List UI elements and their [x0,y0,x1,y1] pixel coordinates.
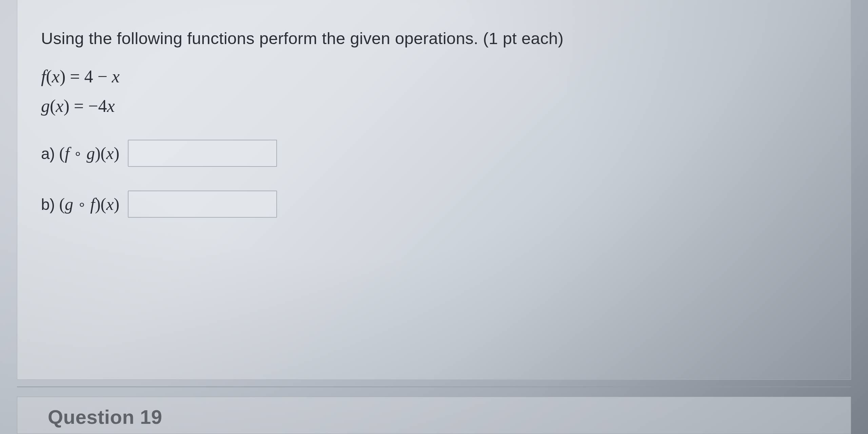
part-b-row: b) (g ∘ f)(x) [41,191,830,218]
part-a-label: a) (f ∘ g)(x) [41,143,119,163]
part-b-label: b) (g ∘ f)(x) [41,194,119,214]
question-card: Using the following functions perform th… [17,0,851,380]
question-prompt: Using the following functions perform th… [41,29,830,48]
function-f-definition: f(x) = 4 − x [41,66,830,86]
part-a-answer-input[interactable] [128,140,277,167]
card-divider [17,387,851,387]
part-b-answer-input[interactable] [128,191,277,218]
function-g-definition: g(x) = −4x [41,96,830,116]
next-question-title: Question 19 [48,406,820,428]
next-question-card: Question 19 [17,397,851,434]
part-a-row: a) (f ∘ g)(x) [41,140,830,167]
